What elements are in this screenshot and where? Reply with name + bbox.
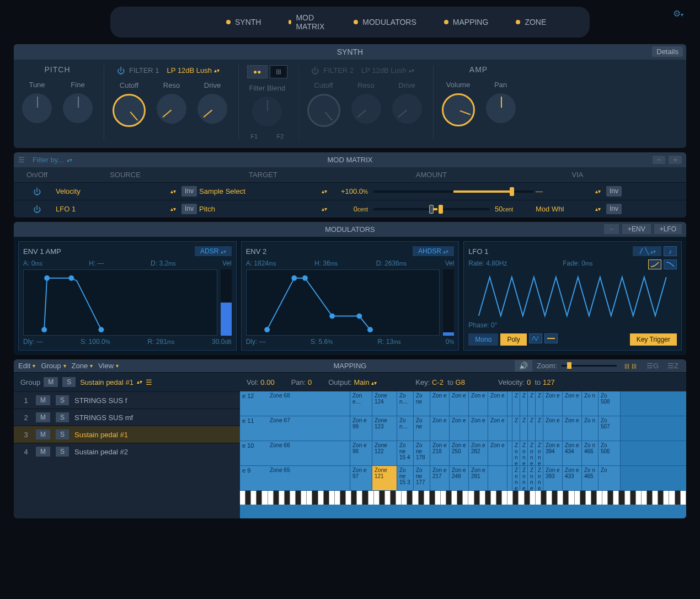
key-low[interactable]: C-2 bbox=[432, 378, 443, 386]
group-row[interactable]: 3 M S Sustain pedal #1 bbox=[14, 426, 240, 443]
key-high[interactable]: G8 bbox=[456, 378, 465, 386]
zone-cell[interactable]: Z bbox=[520, 391, 528, 416]
group-row[interactable]: 4 M S Sustain pedal #2 bbox=[14, 443, 240, 460]
zone-cell[interactable] bbox=[507, 466, 512, 490]
zone-cell[interactable]: Zon e 218 bbox=[430, 441, 450, 465]
inv-button[interactable]: Inv bbox=[606, 204, 622, 214]
speaker-icon[interactable]: 🔊 bbox=[515, 360, 532, 372]
zone-cell[interactable]: Z o n e bbox=[536, 441, 543, 465]
zone-cell[interactable]: Zon e 99 bbox=[350, 416, 372, 441]
solo-button[interactable]: S bbox=[62, 377, 76, 387]
remove-row-button[interactable]: − bbox=[653, 156, 666, 164]
zone-cell[interactable]: Zo n 465 bbox=[582, 466, 599, 490]
view-menu[interactable]: View▾ bbox=[98, 362, 119, 370]
remove-mod-button[interactable]: − bbox=[604, 224, 619, 234]
lfo-fade[interactable]: Fade: 0ms bbox=[563, 259, 592, 269]
zone-cell[interactable]: Zo n… bbox=[397, 391, 414, 416]
zone-cell[interactable]: Zon e bbox=[563, 416, 582, 441]
amount-slider[interactable] bbox=[373, 190, 533, 193]
zone-cell[interactable]: Zo ne 178 bbox=[414, 441, 430, 465]
source-select[interactable]: Velocity▴▾ bbox=[54, 186, 178, 197]
zone-cell[interactable]: Z bbox=[536, 416, 543, 441]
env2-mode-select[interactable]: AHDSR ▴▾ bbox=[413, 246, 454, 256]
env1-hold[interactable]: H: — bbox=[89, 259, 104, 267]
filter2-cutoff-knob[interactable] bbox=[307, 94, 340, 127]
zone-cell[interactable]: Zone 68 bbox=[240, 391, 350, 416]
zone-cell[interactable]: Zon e bbox=[430, 416, 450, 441]
tab-modmatrix[interactable]: MOD MATRIX bbox=[283, 11, 332, 33]
zone-cell[interactable]: Zon e bbox=[488, 416, 507, 441]
lfo-rate[interactable]: Rate: 4.80Hz bbox=[468, 259, 507, 269]
zone-cell[interactable]: Zon e 394 bbox=[543, 441, 563, 465]
view-zones-icon[interactable]: ☰Z bbox=[665, 361, 681, 371]
source-select[interactable]: LFO 1▴▾ bbox=[54, 204, 178, 214]
zone-cell[interactable]: Zon e 281 bbox=[469, 466, 488, 490]
view-group-icon[interactable]: ☰G bbox=[644, 361, 661, 371]
mute-button[interactable]: M bbox=[36, 447, 50, 457]
filter2-drive-knob[interactable] bbox=[392, 94, 422, 124]
lfo-sync-icon[interactable]: ♪ bbox=[664, 246, 677, 256]
zone-cell[interactable]: Zo 506 bbox=[599, 441, 621, 465]
zone-cell[interactable]: Zon e bbox=[469, 416, 488, 441]
filter2-type-select[interactable]: LP 12dB Lush▴▾ bbox=[358, 65, 417, 76]
zone-cell[interactable]: Z o n e bbox=[528, 441, 536, 465]
edit-menu[interactable]: Edit▾ bbox=[18, 362, 35, 370]
zone-cell[interactable]: Zon e bbox=[543, 391, 563, 416]
zone-cell[interactable]: Zo ne 15 3 bbox=[397, 466, 414, 490]
zone-cell[interactable]: Zo ne bbox=[414, 416, 430, 441]
zone-cell[interactable]: Z o n e bbox=[528, 466, 536, 490]
output-select[interactable]: Main ▴▾ bbox=[354, 378, 377, 386]
zone-menu[interactable]: Zone▾ bbox=[72, 362, 93, 370]
tab-mapping[interactable]: MAPPING bbox=[439, 15, 494, 29]
zone-cell[interactable]: Zo n… bbox=[397, 416, 414, 441]
env2-graph[interactable] bbox=[246, 269, 440, 336]
route-parallel-button[interactable]: ⊞ bbox=[270, 65, 287, 78]
zone-cell[interactable]: Zon e 98 bbox=[350, 441, 372, 465]
zone-cell[interactable]: Zone 124 bbox=[372, 391, 397, 416]
zone-cell[interactable]: Zo 508 bbox=[599, 391, 621, 416]
lfo-fade-out-icon[interactable] bbox=[664, 259, 677, 269]
inv-button[interactable]: Inv bbox=[606, 186, 622, 197]
tune-knob[interactable] bbox=[22, 93, 52, 123]
zone-cell[interactable]: Z bbox=[520, 416, 528, 441]
zone-cell[interactable]: Zon e… bbox=[350, 391, 372, 416]
zone-cell[interactable]: Zone 121 bbox=[372, 466, 397, 490]
zone-cell[interactable]: Zo n bbox=[582, 416, 599, 441]
zone-cell[interactable]: Zo bbox=[599, 466, 621, 490]
group-row[interactable]: 2 M S STRINGS SUS mf bbox=[14, 409, 240, 426]
zone-cell[interactable]: Zon e bbox=[430, 391, 450, 416]
zone-cell[interactable]: Zo n bbox=[582, 391, 599, 416]
details-button[interactable]: Details bbox=[652, 46, 683, 57]
velocity-low[interactable]: 0 bbox=[527, 378, 531, 386]
env2-attack[interactable]: A: 1824ms bbox=[246, 259, 276, 267]
zone-cell[interactable]: Zon e 217 bbox=[430, 466, 450, 490]
zone-cell[interactable]: Zon e bbox=[469, 391, 488, 416]
env2-release[interactable]: R: 13ms bbox=[377, 338, 400, 346]
solo-button[interactable]: S bbox=[56, 447, 69, 457]
view-keyboard-icon[interactable]: ⫼⫼ bbox=[621, 361, 640, 371]
filter1-drive-knob[interactable] bbox=[197, 94, 227, 124]
zone-cell[interactable]: Zon e bbox=[563, 391, 582, 416]
env1-graph[interactable] bbox=[23, 269, 217, 336]
zone-cell[interactable]: Zon e bbox=[450, 416, 469, 441]
zone-cell[interactable] bbox=[507, 416, 512, 441]
zone-cell[interactable]: Zo 507 bbox=[599, 416, 621, 441]
velocity-high[interactable]: 127 bbox=[543, 378, 555, 386]
filter2-reso-knob[interactable] bbox=[351, 94, 381, 124]
env1-mode-select[interactable]: ADSR ▴▾ bbox=[195, 246, 232, 256]
zone-cell[interactable]: Z o n e bbox=[512, 441, 520, 465]
piano-keyboard[interactable] bbox=[240, 491, 686, 505]
add-lfo-button[interactable]: +LFO bbox=[654, 224, 682, 234]
zone-cell[interactable]: Zon e 250 bbox=[450, 441, 469, 465]
add-env-button[interactable]: +ENV bbox=[622, 224, 651, 234]
zone-cell[interactable]: Zon e 249 bbox=[450, 466, 469, 490]
filter2-power-icon[interactable]: ⏻ bbox=[311, 66, 319, 75]
add-row-button[interactable]: + bbox=[669, 156, 682, 164]
lfo-shape-icon[interactable] bbox=[529, 333, 542, 343]
zone-cell[interactable]: Zon e 434 bbox=[563, 441, 582, 465]
filter1-power-icon[interactable]: ⏻ bbox=[117, 66, 125, 75]
route-serial-button[interactable]: ●● bbox=[247, 65, 268, 78]
row-power-icon[interactable]: ⏻ bbox=[33, 187, 41, 196]
zone-cell[interactable]: Z bbox=[528, 391, 536, 416]
group-row[interactable]: 1 M S STRINGS SUS f bbox=[14, 391, 240, 409]
